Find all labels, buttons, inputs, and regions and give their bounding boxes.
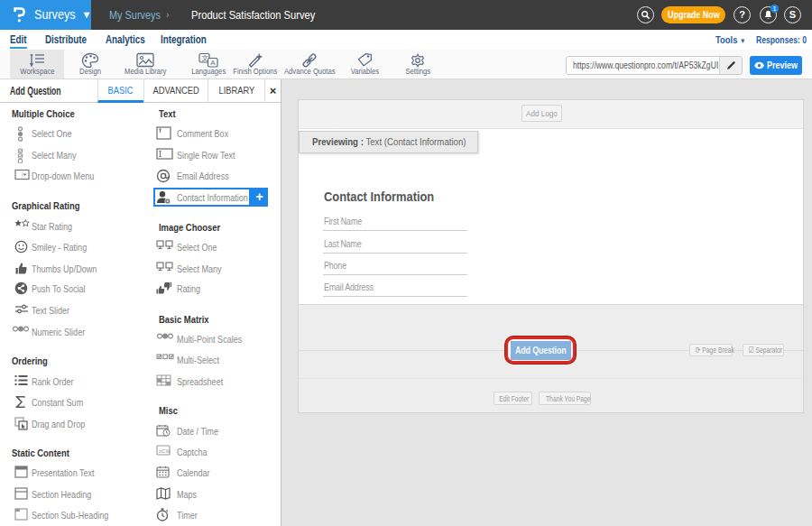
svg-text:bCfa: bCfa [159, 448, 171, 454]
svg-text:A: A [210, 59, 216, 67]
